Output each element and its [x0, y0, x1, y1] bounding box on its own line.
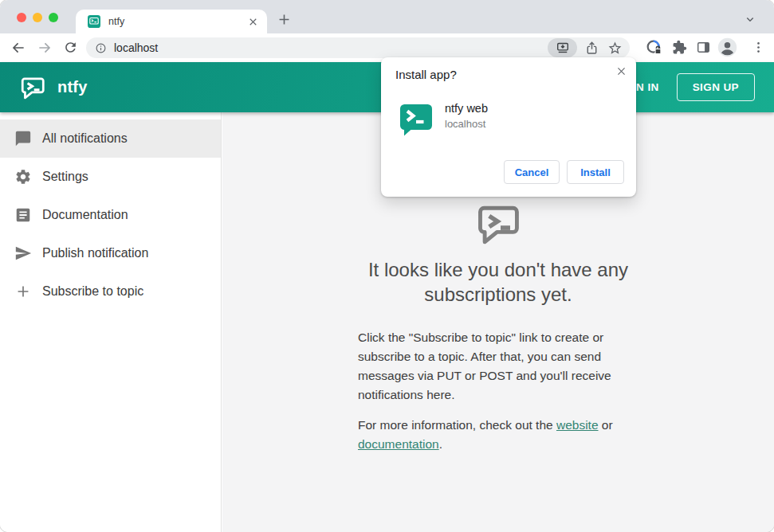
sidebar-item-subscribe-to-topic[interactable]: Subscribe to topic [0, 272, 221, 311]
install-app-dialog: Install app? ntfy web localhost Cancel I… [381, 57, 636, 197]
browser-window: ntfy localhost [0, 0, 774, 532]
brand-title: ntfy [57, 78, 87, 96]
ntfy-app-icon [399, 104, 434, 137]
paragraph2-prefix: For more information, check out the [358, 418, 556, 432]
sidebar-item-label: Publish notification [42, 246, 148, 260]
site-info-icon[interactable] [95, 42, 107, 54]
kebab-menu-icon[interactable] [751, 40, 766, 55]
ntfy-logo-icon [19, 74, 46, 101]
share-icon[interactable] [584, 41, 599, 56]
paragraph2-middle: or [599, 418, 613, 432]
sidebar-item-documentation[interactable]: Documentation [0, 196, 221, 234]
ntfy-favicon [88, 15, 100, 28]
sidebar-item-publish-notification[interactable]: Publish notification [0, 234, 221, 272]
dialog-app-origin: localhost [445, 118, 485, 130]
tab-close-icon[interactable] [247, 16, 259, 28]
side-panel-icon[interactable] [696, 40, 711, 55]
documentation-link[interactable]: documentation [358, 437, 439, 451]
plus-icon [14, 283, 32, 300]
sidebar-item-label: Subscribe to topic [42, 284, 143, 299]
zoom-window-button[interactable] [49, 13, 58, 22]
dialog-title: Install app? [395, 68, 457, 81]
sidebar-item-label: All notifications [42, 131, 128, 146]
ntfy-terminal-icon [474, 200, 522, 248]
chevron-down-icon[interactable] [743, 12, 757, 26]
sidebar-item-label: Documentation [42, 208, 128, 222]
install-app-icon [556, 41, 570, 55]
password-extension-icon[interactable] [646, 39, 663, 57]
url-text[interactable]: localhost [114, 41, 548, 54]
dialog-app-name: ntfy web [445, 102, 488, 115]
back-icon[interactable] [10, 40, 26, 56]
new-tab-icon[interactable] [277, 12, 292, 27]
minimize-window-button[interactable] [33, 13, 42, 22]
empty-state-paragraph1: Click the "Subscribe to topic" link to c… [358, 328, 638, 405]
forward-icon[interactable] [37, 40, 53, 56]
sign-up-button[interactable]: SIGN UP [677, 73, 755, 101]
sidebar-item-settings[interactable]: Settings [0, 158, 221, 196]
reload-icon[interactable] [63, 40, 78, 55]
tab-strip: ntfy [0, 0, 774, 33]
install-button[interactable]: Install [567, 160, 624, 184]
paragraph2-suffix: . [439, 437, 442, 451]
dialog-close-icon[interactable] [615, 65, 627, 77]
send-icon [14, 244, 32, 262]
empty-state-paragraph2: For more information, check out the webs… [358, 416, 638, 454]
sidebar-nav: All notifications Settings Documentation… [0, 112, 222, 532]
website-link[interactable]: website [556, 418, 599, 432]
cancel-button[interactable]: Cancel [504, 160, 560, 184]
profile-avatar-icon[interactable] [717, 37, 737, 57]
browser-tab[interactable]: ntfy [76, 10, 267, 33]
install-app-button[interactable] [548, 38, 577, 57]
empty-state-heading: It looks like you don't have any subscri… [368, 257, 628, 307]
sidebar-item-label: Settings [42, 170, 88, 184]
empty-state-heading-line1: It looks like you don't have any [368, 257, 628, 282]
empty-state-heading-line2: subscriptions yet. [368, 282, 628, 307]
document-icon [14, 206, 32, 224]
chat-icon [14, 130, 32, 147]
sidebar-item-all-notifications[interactable]: All notifications [0, 119, 221, 158]
address-bar[interactable]: localhost [86, 37, 630, 58]
extensions-puzzle-icon[interactable] [672, 40, 687, 55]
settings-gear-icon [14, 168, 32, 186]
close-window-button[interactable] [17, 13, 26, 22]
tab-title: ntfy [108, 16, 247, 27]
bookmark-star-icon[interactable] [607, 41, 623, 56]
